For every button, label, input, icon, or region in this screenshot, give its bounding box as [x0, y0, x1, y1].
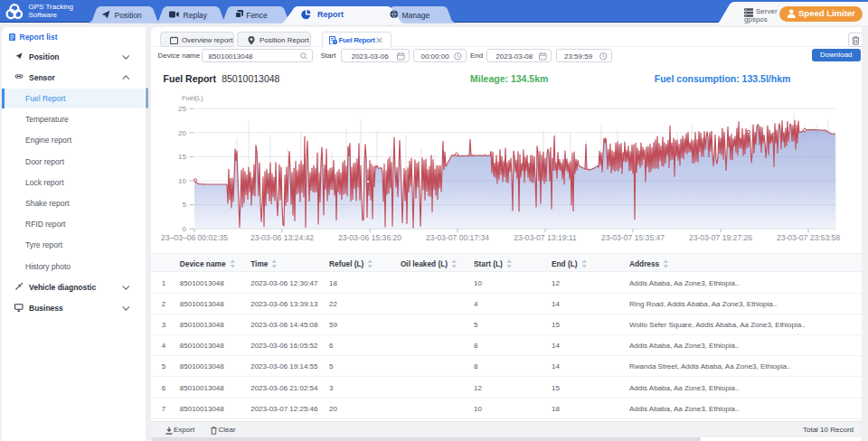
- svg-text:23-03-07 19:27:26: 23-03-07 19:27:26: [689, 233, 752, 242]
- svg-text:23-03-06 13:24:42: 23-03-06 13:24:42: [250, 233, 314, 242]
- svg-text:15: 15: [178, 153, 186, 161]
- svg-text:23–03–06 00:02:35: 23–03–06 00:02:35: [161, 233, 228, 242]
- svg-text:23-03-07 23:53:58: 23-03-07 23:53:58: [777, 233, 840, 242]
- svg-text:23-03-07 13:19:11: 23-03-07 13:19:11: [514, 233, 577, 242]
- svg-text:Fuel(L): Fuel(L): [182, 94, 203, 102]
- svg-text:23-03-07 00:17:34: 23-03-07 00:17:34: [426, 233, 489, 242]
- svg-text:23-03-07 15:35:47: 23-03-07 15:35:47: [601, 233, 665, 242]
- svg-text:25: 25: [178, 105, 186, 113]
- svg-text:10: 10: [178, 177, 186, 185]
- svg-text:23-03-06 15:36:20: 23-03-06 15:36:20: [338, 233, 401, 242]
- svg-text:5: 5: [183, 201, 187, 209]
- svg-text:20: 20: [178, 129, 186, 137]
